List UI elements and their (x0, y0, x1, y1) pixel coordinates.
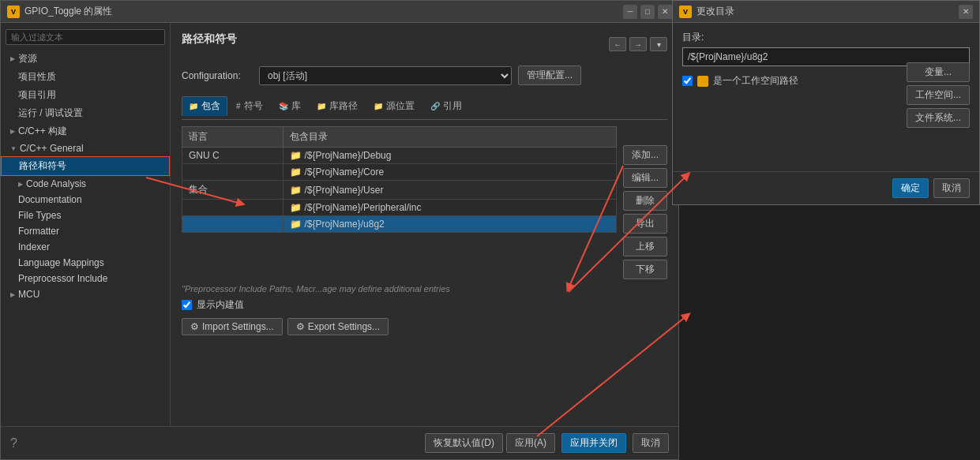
dir-label: 目录: (682, 31, 970, 44)
cell-path: 📁 /${ProjName}/Debug (283, 148, 617, 164)
manage-config-button[interactable]: 管理配置... (518, 65, 581, 85)
close-button[interactable]: ✕ (658, 5, 672, 19)
change-dir-footer: 确定 取消 (673, 171, 979, 204)
expand-icon: ▶ (10, 291, 15, 298)
table-row[interactable]: 📁 /${ProjName}/Core (182, 164, 617, 181)
sidebar-item-cpp-build[interactable]: ▶ C/C++ 构建 (1, 122, 170, 140)
add-button[interactable]: 添加... (623, 145, 667, 165)
expand-icon: ▶ (18, 181, 23, 188)
dialog-title-text: GPIO_Toggle 的属性 (24, 5, 112, 18)
sidebar: ▶ 资源 项目性质 项目引用 运行 / 调试设置 ▶ C/C++ 构建 ▼ C/… (1, 23, 171, 426)
dialog-titlebar: V GPIO_Toggle 的属性 ─ □ ✕ (1, 1, 678, 23)
delete-button[interactable]: 删除 (623, 191, 667, 211)
cell-path: 📁 /${ProjName}/Peripheral/inc (283, 200, 617, 216)
restore-defaults-button[interactable]: 恢复默认值(D) (425, 433, 503, 453)
nav-forward-button[interactable]: → (629, 37, 647, 51)
config-select[interactable]: obj [活动] (259, 66, 512, 85)
sidebar-item-code-analysis[interactable]: ▶ Code Analysis (1, 176, 170, 192)
maximize-button[interactable]: □ (640, 5, 655, 19)
tab-libraries[interactable]: 📚 库 (272, 96, 308, 116)
import-settings-button[interactable]: ⚙ Import Settings... (182, 318, 283, 335)
sidebar-item-file-types[interactable]: File Types (1, 208, 170, 223)
workspace-checkbox[interactable] (682, 76, 693, 86)
libraries-tab-icon: 📚 (279, 102, 288, 110)
edit-button[interactable]: 编辑... (623, 168, 667, 188)
sidebar-item-cpp-general[interactable]: ▼ C/C++ General (1, 140, 170, 156)
sidebar-item-project-properties[interactable]: 项目性质 (1, 68, 170, 86)
table-row[interactable]: 📁 /${ProjName}/Peripheral/inc (182, 200, 617, 216)
sidebar-item-project-references[interactable]: 项目引用 (1, 86, 170, 104)
table-row-selected[interactable]: 📁 /${ProjName}/u8g2 (182, 216, 617, 233)
sidebar-item-indexer[interactable]: Indexer (1, 239, 170, 255)
tab-source-loc[interactable]: 📁 源位置 (366, 96, 422, 116)
help-icon: ? (10, 436, 17, 451)
change-dir-titlebar: V 更改目录 ✕ (673, 1, 979, 23)
title-controls: ─ □ ✕ (623, 5, 672, 19)
cell-lang (182, 164, 283, 181)
sidebar-item-preprocessor-include[interactable]: Preprocessor Include (1, 271, 170, 286)
tab-symbols[interactable]: # 符号 (229, 96, 270, 116)
move-up-button[interactable]: 上移 (623, 237, 667, 256)
sidebar-item-run-debug[interactable]: 运行 / 调试设置 (1, 104, 170, 122)
change-dir-title: V 更改目录 (679, 5, 734, 18)
references-tab-icon: 🔗 (430, 102, 440, 110)
title-icon: V (7, 6, 20, 18)
cancel-button[interactable]: 取消 (633, 433, 669, 453)
checkbox-show-builtin[interactable]: 显示内建值 (182, 298, 667, 312)
sidebar-item-resources[interactable]: ▶ 资源 (1, 50, 170, 68)
move-down-button[interactable]: 下移 (623, 260, 667, 279)
cell-path: 📁 /${ProjName}/u8g2 (283, 216, 617, 233)
apply-button[interactable]: 应用(A) (506, 433, 555, 453)
variable-button[interactable]: 变量... (907, 62, 970, 82)
show-builtin-checkbox[interactable] (182, 300, 192, 310)
sidebar-item-language-mappings[interactable]: Language Mappings (1, 255, 170, 271)
cell-lang (182, 200, 283, 216)
workspace-icon (697, 76, 708, 87)
cell-path: 📁 /${ProjName}/Core (283, 164, 617, 181)
sidebar-item-documentation[interactable]: Documentation (1, 192, 170, 208)
expand-icon: ▶ (10, 55, 15, 62)
tab-includes[interactable]: 📁 包含 (182, 96, 227, 116)
expand-icon: ▶ (10, 128, 15, 135)
table-row[interactable]: 集合 📁 /${ProjName}/User (182, 181, 617, 200)
filesystem-button[interactable]: 文件系统... (907, 108, 970, 128)
tab-lib-path[interactable]: 📁 库路径 (310, 96, 365, 116)
sidebar-item-mcu[interactable]: ▶ MCU (1, 286, 170, 302)
note-text: "Preprocessor Include Paths, Macr...age … (182, 284, 667, 294)
table-row[interactable]: GNU C 📁 /${ProjName}/Debug (182, 148, 617, 164)
footer-restore-group: 恢复默认值(D) 应用(A) (425, 433, 555, 453)
change-dir-close-button[interactable]: ✕ (959, 5, 973, 19)
lib-path-tab-icon: 📁 (317, 102, 326, 110)
dialog-footer: ? 恢复默认值(D) 应用(A) 应用并关闭 取消 (1, 426, 678, 459)
sidebar-item-formatter[interactable]: Formatter (1, 223, 170, 239)
expand-icon: ▼ (10, 145, 17, 152)
nav-arrows: ← → ▾ (609, 37, 667, 51)
dir-side-buttons: 变量... 工作空间... 文件系统... (907, 62, 970, 128)
minimize-button[interactable]: ─ (623, 5, 637, 19)
workspace-label: 是一个工作空间路径 (713, 74, 798, 88)
change-dir-icon: V (679, 6, 692, 18)
includes-tab-icon: 📁 (189, 102, 198, 110)
nav-down-button[interactable]: ▾ (650, 37, 667, 51)
symbols-tab-icon: # (236, 102, 241, 110)
export-button[interactable]: 导出 (623, 214, 667, 234)
tab-references[interactable]: 🔗 引用 (423, 96, 469, 116)
sidebar-search-input[interactable] (6, 29, 165, 45)
export-settings-button[interactable]: ⚙ Export Settings... (287, 318, 389, 335)
nav-back-button[interactable]: ← (609, 37, 626, 51)
cell-lang: GNU C (182, 148, 283, 164)
config-row: Configuration: obj [活动] 管理配置... (182, 65, 667, 85)
col-header-include-dir: 包含目录 (283, 127, 617, 148)
change-dir-ok-button[interactable]: 确定 (892, 178, 929, 198)
panel-title: 路径和符号 (182, 32, 237, 47)
table-action-buttons: 添加... 编辑... 删除 导出 上移 下移 (623, 126, 667, 279)
dialog-body: ▶ 资源 项目性质 项目引用 运行 / 调试设置 ▶ C/C++ 构建 ▼ C/… (1, 23, 678, 426)
change-dir-cancel-button[interactable]: 取消 (933, 178, 970, 198)
cell-lang: 集合 (182, 181, 283, 200)
workspace-button[interactable]: 工作空间... (907, 85, 970, 105)
change-dir-dialog: V 更改目录 ✕ 目录: 是一个工作空间路径 变量... 工作空间... 文件系… (672, 0, 980, 205)
apply-close-button[interactable]: 应用并关闭 (561, 433, 626, 453)
main-dialog: V GPIO_Toggle 的属性 ─ □ ✕ ▶ 资源 项目性质 项目引用 运… (0, 0, 679, 460)
sidebar-item-paths-symbols[interactable]: 路径和符号 (1, 156, 170, 176)
table-section: 语言 包含目录 GNU C 📁 /${ProjName}/Debug (182, 126, 667, 279)
